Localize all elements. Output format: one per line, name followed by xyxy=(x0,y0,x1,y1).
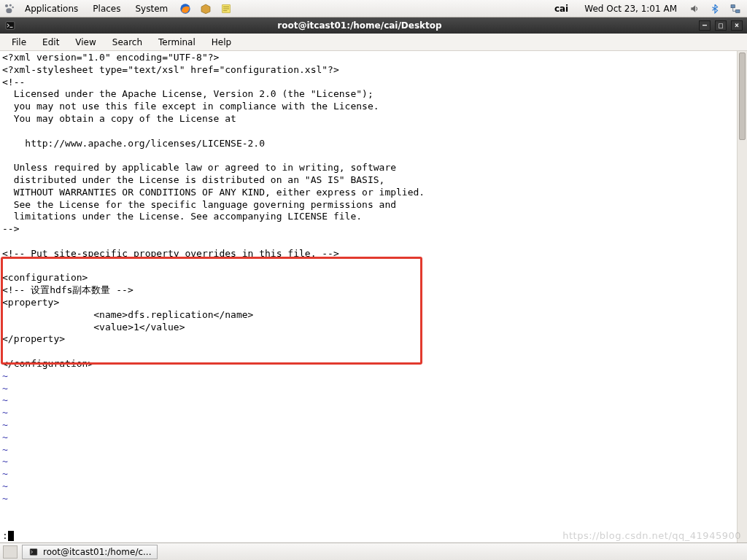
package-icon[interactable] xyxy=(198,1,213,16)
svg-rect-8 xyxy=(6,22,15,30)
terminal-scrollbar[interactable] xyxy=(737,51,747,542)
file-content: <?xml version="1.0" encoding="UTF-8"?> <… xyxy=(0,51,747,370)
clock-label[interactable]: Wed Oct 23, 1:01 AM xyxy=(578,4,683,14)
gnome-foot-icon xyxy=(3,2,16,15)
terminal-body[interactable]: <?xml version="1.0" encoding="UTF-8"?> <… xyxy=(0,51,747,542)
close-button[interactable]: × xyxy=(731,20,743,31)
vim-tilde-lines: ~ ~ ~ ~ ~ ~ ~ ~ ~ ~ ~ xyxy=(0,370,747,505)
menu-view[interactable]: View xyxy=(68,36,103,49)
gnome-bottom-panel: root@itcast01:/home/c... xyxy=(0,542,747,560)
show-desktop-button[interactable] xyxy=(3,545,18,559)
svg-rect-7 xyxy=(736,9,740,12)
minimize-button[interactable]: – xyxy=(699,20,711,31)
taskbar-item-terminal[interactable]: root@itcast01:/home/c... xyxy=(22,545,158,559)
firefox-icon[interactable] xyxy=(178,1,193,16)
watermark: https://blog.csdn.net/qq_41945900 xyxy=(562,530,741,541)
taskbar-item-label: root@itcast01:/home/c... xyxy=(43,547,151,557)
menu-applications[interactable]: Applications xyxy=(19,2,84,15)
menu-file[interactable]: File xyxy=(4,36,34,49)
svg-point-1 xyxy=(9,4,12,6)
bluetooth-icon[interactable] xyxy=(708,1,722,16)
svg-rect-9 xyxy=(30,548,37,555)
menu-system[interactable]: System xyxy=(129,2,174,15)
terminal-titlebar-icon xyxy=(4,20,16,31)
scrollbar-thumb[interactable] xyxy=(739,52,746,140)
window-title: root@itcast01:/home/cai/Desktop xyxy=(20,20,699,31)
menu-terminal[interactable]: Terminal xyxy=(151,36,203,49)
menu-help[interactable]: Help xyxy=(204,36,239,49)
window-titlebar[interactable]: root@itcast01:/home/cai/Desktop – □ × xyxy=(0,18,747,34)
vim-status-line: : xyxy=(2,530,14,541)
svg-point-2 xyxy=(12,6,13,7)
terminal-menubar: File Edit View Search Terminal Help xyxy=(0,34,747,51)
volume-icon[interactable] xyxy=(687,1,702,16)
terminal-icon xyxy=(28,547,39,557)
svg-point-3 xyxy=(6,8,12,13)
cursor xyxy=(8,531,14,541)
menu-places[interactable]: Places xyxy=(87,2,126,15)
menu-edit[interactable]: Edit xyxy=(35,36,66,49)
maximize-button[interactable]: □ xyxy=(715,20,727,31)
note-icon[interactable] xyxy=(219,1,233,16)
user-label[interactable]: cai xyxy=(547,4,576,14)
svg-point-0 xyxy=(5,4,8,7)
gnome-top-panel: Applications Places System cai Wed Oct 2… xyxy=(0,0,747,18)
svg-rect-6 xyxy=(731,4,735,7)
network-icon[interactable] xyxy=(728,1,743,16)
menu-search[interactable]: Search xyxy=(105,36,150,49)
